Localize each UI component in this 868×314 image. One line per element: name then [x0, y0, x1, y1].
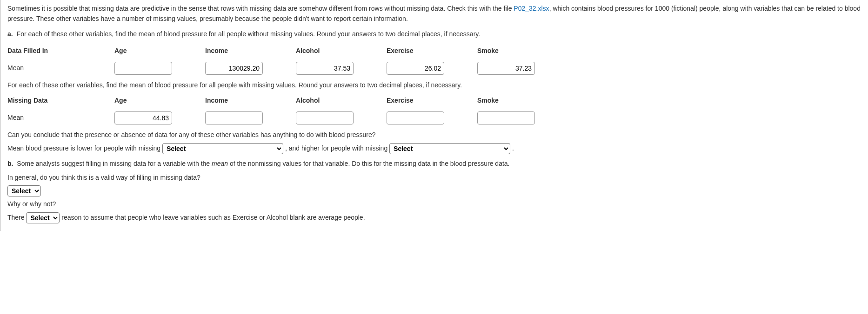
table2-mean-label: Mean: [7, 109, 114, 127]
part-a: a. For each of these other variables, fi…: [7, 29, 861, 39]
why-sentence: There Select reason to assume that peopl…: [7, 212, 861, 223]
input-filled-age[interactable]: [114, 62, 172, 75]
part-b: b. Some analysts suggest filling in miss…: [7, 159, 861, 169]
why-question: Why or why not?: [7, 199, 861, 209]
part-b-mean-word: mean: [212, 160, 228, 167]
input-missing-smoke[interactable]: [477, 111, 535, 124]
table2-col-exercise: Exercise: [387, 93, 477, 109]
conclude-question: Can you conclude that the presence or ab…: [7, 130, 861, 140]
concl-p3: .: [512, 144, 514, 152]
part-b-prompt-p1: Some analysts suggest filling in missing…: [17, 160, 212, 167]
part-a-letter: a.: [7, 30, 13, 38]
input-missing-age[interactable]: [114, 111, 172, 124]
conclude-sentence: Mean blood pressure is lower for people …: [7, 143, 861, 154]
table1-mean-label: Mean: [7, 59, 114, 78]
question-container: Sometimes it is possible that missing da…: [0, 0, 868, 231]
input-missing-alcohol[interactable]: [296, 111, 354, 124]
table2-col-smoke: Smoke: [477, 93, 568, 109]
table1-col-income: Income: [205, 43, 296, 59]
select-valid[interactable]: Select: [7, 185, 41, 196]
table1-col-age: Age: [114, 43, 205, 59]
table2-col-alcohol: Alcohol: [296, 93, 387, 109]
concl-p2: , and higher for people with missing: [285, 144, 389, 152]
input-missing-income[interactable]: [205, 111, 263, 124]
part-a-prompt2: For each of these other variables, find …: [7, 80, 861, 91]
concl-p1: Mean blood pressure is lower for people …: [7, 144, 162, 152]
table-filled-in: Data Filled In Age Income Alcohol Exerci…: [7, 43, 568, 78]
part-b-prompt-p2: of the nonmissing values for that variab…: [228, 160, 509, 167]
select-lower-missing[interactable]: Select: [162, 143, 283, 154]
why-p2: reason to assume that people who leave v…: [61, 214, 365, 221]
table1-rowheader: Data Filled In: [7, 43, 114, 59]
input-missing-exercise[interactable]: [387, 111, 444, 124]
part-a-prompt1: For each of these other variables, find …: [17, 30, 481, 38]
valid-question: In general, do you think this is a valid…: [7, 173, 861, 183]
table-missing: Missing Data Age Income Alcohol Exercise…: [7, 93, 568, 127]
table2-col-age: Age: [114, 93, 205, 109]
file-link[interactable]: P02_32.xlsx: [514, 5, 549, 12]
select-reason[interactable]: Select: [26, 212, 60, 223]
input-filled-alcohol[interactable]: [296, 62, 354, 75]
intro-text: Sometimes it is possible that missing da…: [7, 4, 861, 24]
input-filled-smoke[interactable]: [477, 62, 535, 75]
table2-col-income: Income: [205, 93, 296, 109]
table1-col-smoke: Smoke: [477, 43, 568, 59]
table2-rowheader: Missing Data: [7, 93, 114, 109]
table1-col-exercise: Exercise: [387, 43, 477, 59]
why-p1: There: [7, 214, 26, 221]
input-filled-income[interactable]: [205, 62, 263, 75]
table1-col-alcohol: Alcohol: [296, 43, 387, 59]
part-b-letter: b.: [7, 160, 13, 167]
input-filled-exercise[interactable]: [387, 62, 444, 75]
intro-part1: Sometimes it is possible that missing da…: [7, 5, 514, 12]
select-higher-missing[interactable]: Select: [389, 143, 510, 154]
